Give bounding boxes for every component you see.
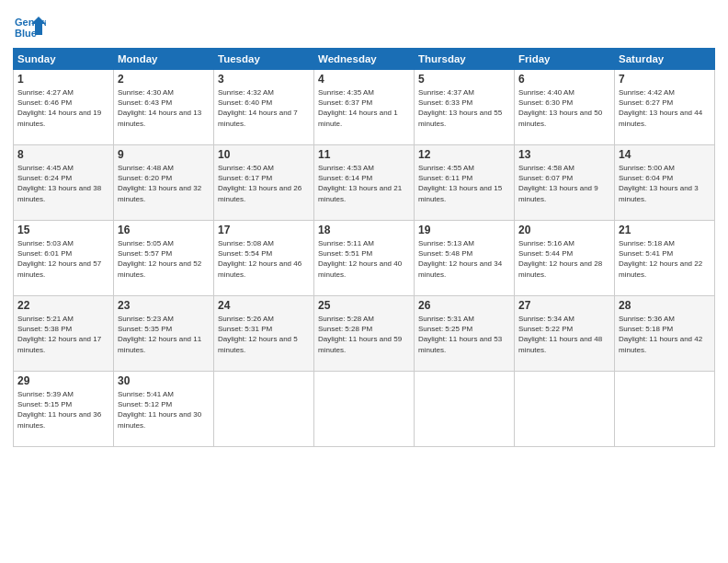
day-number: 5 [418,73,510,86]
day-cell [415,372,515,447]
day-number: 19 [418,224,510,236]
day-number: 2 [118,73,210,86]
day-cell: 3Sunrise: 4:32 AMSunset: 6:40 PMDaylight… [214,70,314,145]
day-number: 21 [619,224,711,236]
day-cell: 18Sunrise: 5:11 AMSunset: 5:51 PMDayligh… [314,221,415,296]
day-number: 14 [619,148,711,161]
day-info: Sunrise: 4:40 AMSunset: 6:30 PMDaylight:… [518,87,610,129]
day-number: 23 [118,299,210,312]
week-row-4: 29Sunrise: 5:39 AMSunset: 5:15 PMDayligh… [14,372,715,447]
day-header-saturday: Saturday [615,49,715,70]
day-cell: 5Sunrise: 4:37 AMSunset: 6:33 PMDaylight… [415,70,515,145]
day-number: 24 [218,299,310,312]
day-number: 8 [17,148,109,161]
day-number: 25 [318,299,410,312]
day-header-tuesday: Tuesday [214,49,314,70]
day-info: Sunrise: 5:13 AMSunset: 5:48 PMDaylight:… [418,238,510,280]
day-number: 26 [418,299,510,312]
day-number: 7 [619,73,711,86]
day-info: Sunrise: 4:35 AMSunset: 6:37 PMDaylight:… [318,87,410,129]
day-number: 9 [118,148,210,161]
day-info: Sunrise: 5:41 AMSunset: 5:12 PMDaylight:… [118,389,210,431]
day-info: Sunrise: 4:53 AMSunset: 6:14 PMDaylight:… [318,163,410,204]
day-cell: 6Sunrise: 4:40 AMSunset: 6:30 PMDaylight… [515,70,615,145]
day-info: Sunrise: 4:30 AMSunset: 6:43 PMDaylight:… [118,87,210,129]
day-info: Sunrise: 4:32 AMSunset: 6:40 PMDaylight:… [218,87,310,129]
day-cell: 21Sunrise: 5:18 AMSunset: 5:41 PMDayligh… [615,221,715,296]
header: General Blue [13,9,715,42]
day-info: Sunrise: 5:03 AMSunset: 6:01 PMDaylight:… [17,238,109,280]
day-cell: 30Sunrise: 5:41 AMSunset: 5:12 PMDayligh… [114,372,214,447]
day-number: 15 [17,224,109,236]
day-cell: 1Sunrise: 4:27 AMSunset: 6:46 PMDaylight… [14,70,114,145]
day-info: Sunrise: 5:21 AMSunset: 5:38 PMDaylight:… [17,314,109,355]
calendar-body: 1Sunrise: 4:27 AMSunset: 6:46 PMDaylight… [14,70,715,447]
day-info: Sunrise: 4:48 AMSunset: 6:20 PMDaylight:… [118,163,210,204]
day-cell: 27Sunrise: 5:34 AMSunset: 5:22 PMDayligh… [515,296,615,372]
day-cell: 12Sunrise: 4:55 AMSunset: 6:11 PMDayligh… [415,145,515,221]
day-number: 28 [619,299,711,312]
day-cell: 26Sunrise: 5:31 AMSunset: 5:25 PMDayligh… [415,296,515,372]
day-cell: 28Sunrise: 5:36 AMSunset: 5:18 PMDayligh… [615,296,715,372]
day-info: Sunrise: 4:50 AMSunset: 6:17 PMDaylight:… [218,163,310,204]
week-row-0: 1Sunrise: 4:27 AMSunset: 6:46 PMDaylight… [14,70,715,145]
day-number: 16 [118,224,210,236]
day-header-friday: Friday [515,49,615,70]
day-cell: 20Sunrise: 5:16 AMSunset: 5:44 PMDayligh… [515,221,615,296]
page: General Blue SundayMondayTuesdayWednesda… [0,0,728,563]
day-header-sunday: Sunday [14,49,114,70]
day-header-thursday: Thursday [415,49,515,70]
day-info: Sunrise: 5:39 AMSunset: 5:15 PMDaylight:… [17,389,109,431]
day-info: Sunrise: 5:23 AMSunset: 5:35 PMDaylight:… [118,314,210,355]
day-info: Sunrise: 4:58 AMSunset: 6:07 PMDaylight:… [518,163,610,204]
day-header-monday: Monday [114,49,214,70]
day-number: 17 [218,224,310,236]
day-number: 27 [518,299,610,312]
day-info: Sunrise: 5:16 AMSunset: 5:44 PMDaylight:… [518,238,610,280]
day-cell: 29Sunrise: 5:39 AMSunset: 5:15 PMDayligh… [14,372,114,447]
day-cell: 17Sunrise: 5:08 AMSunset: 5:54 PMDayligh… [214,221,314,296]
day-cell: 13Sunrise: 4:58 AMSunset: 6:07 PMDayligh… [515,145,615,221]
day-cell: 8Sunrise: 4:45 AMSunset: 6:24 PMDaylight… [14,145,114,221]
day-cell: 2Sunrise: 4:30 AMSunset: 6:43 PMDaylight… [114,70,214,145]
day-cell: 4Sunrise: 4:35 AMSunset: 6:37 PMDaylight… [314,70,415,145]
day-info: Sunrise: 4:55 AMSunset: 6:11 PMDaylight:… [418,163,510,204]
day-info: Sunrise: 4:37 AMSunset: 6:33 PMDaylight:… [418,87,510,129]
day-info: Sunrise: 5:28 AMSunset: 5:28 PMDaylight:… [318,314,410,355]
day-info: Sunrise: 5:08 AMSunset: 5:54 PMDaylight:… [218,238,310,280]
day-info: Sunrise: 4:45 AMSunset: 6:24 PMDaylight:… [17,163,109,204]
day-number: 29 [17,374,109,387]
day-cell [314,372,415,447]
day-number: 12 [418,148,510,161]
day-info: Sunrise: 4:27 AMSunset: 6:46 PMDaylight:… [17,87,109,129]
day-number: 6 [518,73,610,86]
day-info: Sunrise: 4:42 AMSunset: 6:27 PMDaylight:… [619,87,711,129]
day-info: Sunrise: 5:11 AMSunset: 5:51 PMDaylight:… [318,238,410,280]
day-number: 3 [218,73,310,86]
day-cell: 7Sunrise: 4:42 AMSunset: 6:27 PMDaylight… [615,70,715,145]
day-info: Sunrise: 5:34 AMSunset: 5:22 PMDaylight:… [518,314,610,355]
day-number: 11 [318,148,410,161]
day-info: Sunrise: 5:18 AMSunset: 5:41 PMDaylight:… [619,238,711,280]
day-info: Sunrise: 5:26 AMSunset: 5:31 PMDaylight:… [218,314,310,355]
day-cell: 23Sunrise: 5:23 AMSunset: 5:35 PMDayligh… [114,296,214,372]
day-cell: 25Sunrise: 5:28 AMSunset: 5:28 PMDayligh… [314,296,415,372]
day-cell [515,372,615,447]
day-number: 30 [118,374,210,387]
day-cell: 15Sunrise: 5:03 AMSunset: 6:01 PMDayligh… [14,221,114,296]
logo: General Blue [13,9,50,42]
day-cell: 9Sunrise: 4:48 AMSunset: 6:20 PMDaylight… [114,145,214,221]
day-cell: 22Sunrise: 5:21 AMSunset: 5:38 PMDayligh… [14,296,114,372]
day-cell: 11Sunrise: 4:53 AMSunset: 6:14 PMDayligh… [314,145,415,221]
day-info: Sunrise: 5:31 AMSunset: 5:25 PMDaylight:… [418,314,510,355]
day-cell: 10Sunrise: 4:50 AMSunset: 6:17 PMDayligh… [214,145,314,221]
day-number: 1 [17,73,109,86]
day-info: Sunrise: 5:05 AMSunset: 5:57 PMDaylight:… [118,238,210,280]
day-header-wednesday: Wednesday [314,49,415,70]
day-number: 13 [518,148,610,161]
day-info: Sunrise: 5:00 AMSunset: 6:04 PMDaylight:… [619,163,711,204]
day-cell: 24Sunrise: 5:26 AMSunset: 5:31 PMDayligh… [214,296,314,372]
day-number: 10 [218,148,310,161]
svg-text:Blue: Blue [15,28,37,39]
logo-icon: General Blue [13,9,46,42]
